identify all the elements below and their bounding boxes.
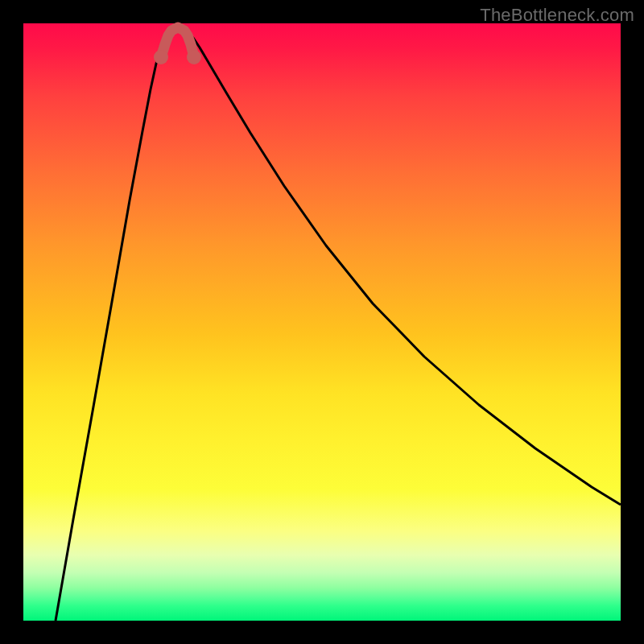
watermark-label: TheBottleneck.com bbox=[480, 5, 634, 26]
series-right_branch bbox=[187, 35, 621, 505]
series-left_branch bbox=[56, 35, 169, 621]
series-trough_marker_left bbox=[154, 50, 168, 64]
chart-frame: TheBottleneck.com bbox=[0, 0, 644, 644]
plot-area bbox=[23, 23, 621, 621]
series-trough_marker_right bbox=[187, 50, 201, 64]
chart-svg bbox=[23, 23, 621, 621]
